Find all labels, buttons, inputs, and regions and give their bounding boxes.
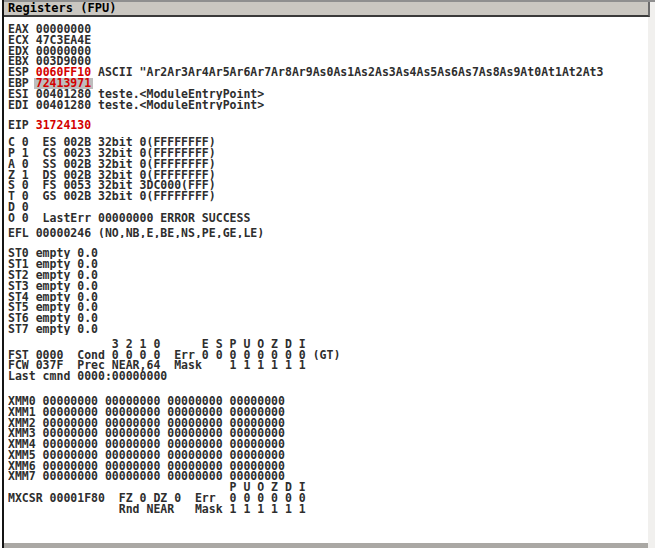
- xmm6-row[interactable]: XMM6 00000000 00000000 00000000 00000000: [8, 461, 648, 472]
- register-label: ESP: [8, 67, 29, 78]
- register-row-eax[interactable]: EAX00000000: [8, 24, 648, 35]
- st1-row[interactable]: ST1 empty 0.0: [8, 259, 648, 270]
- xmm3-row[interactable]: XMM3 00000000 00000000 00000000 00000000: [8, 428, 648, 439]
- register-row-eip[interactable]: EIP31724130: [8, 120, 648, 131]
- flag-row-c[interactable]: C 0 ES 002B 32bit 0(FFFFFFFF): [8, 137, 648, 148]
- register-row-edx[interactable]: EDX00000000: [8, 46, 648, 57]
- fpu-status-block: 3 2 1 0 E S P U O Z D I FST 0000 Cond 0 …: [8, 339, 648, 382]
- flag-row-o-lasterr[interactable]: O 0 LastErr 00000000 ERROR_SUCCESS: [8, 213, 648, 224]
- mxcsr-mask-row[interactable]: Rnd NEAR Mask 1 1 1 1 1 1: [8, 504, 648, 515]
- registers-pane[interactable]: EAX00000000 ECX47C3EA4E EDX00000000 EBX0…: [4, 17, 648, 543]
- xmm1-row[interactable]: XMM1 00000000 00000000 00000000 00000000: [8, 407, 648, 418]
- register-comment: ASCII "Ar2Ar3Ar4Ar5Ar6Ar7Ar8Ar9As0As1As2…: [98, 67, 603, 78]
- register-value-selected[interactable]: 72413971: [34, 78, 93, 89]
- flag-row-s[interactable]: S 0 FS 0053 32bit 3DC000(FFF): [8, 180, 648, 191]
- efl-block: EFL 00000246 (NO,NB,E,BE,NS,PE,GE,LE): [8, 228, 648, 239]
- flag-row-t[interactable]: T 0 GS 002B 32bit 0(FFFFFFFF): [8, 191, 648, 202]
- register-row-ebp[interactable]: EBP72413971: [8, 78, 648, 89]
- register-comment: teste.<ModuleEntryPoint>: [98, 100, 264, 111]
- st4-row[interactable]: ST4 empty 0.0: [8, 292, 648, 303]
- mxcsr-bits-header: P U O Z D I: [8, 482, 648, 493]
- fpu-bits-header: 3 2 1 0 E S P U O Z D I: [8, 339, 648, 350]
- register-row-esp[interactable]: ESP0060FF10ASCII "Ar2Ar3Ar4Ar5Ar6Ar7Ar8A…: [8, 67, 648, 78]
- eip-block: EIP31724130: [8, 120, 648, 131]
- register-label: EDX: [8, 46, 29, 57]
- register-value-changed[interactable]: 31724130: [36, 120, 91, 131]
- panel-title-bar[interactable]: Registers (FPU): [4, 2, 650, 17]
- fcw-row[interactable]: FCW 037F Prec NEAR,64 Mask 1 1 1 1 1 1: [8, 360, 648, 371]
- mxcsr-row[interactable]: MXCSR 00001F80 FZ 0 DZ 0 Err 0 0 0 0 0 0: [8, 493, 648, 504]
- register-value[interactable]: 47C3EA4E: [36, 35, 91, 46]
- st5-row[interactable]: ST5 empty 0.0: [8, 302, 648, 313]
- register-row-ebx[interactable]: EBX003D9000: [8, 56, 648, 67]
- flag-row-a[interactable]: A 0 SS 002B 32bit 0(FFFFFFFF): [8, 159, 648, 170]
- register-label: EIP: [8, 120, 29, 131]
- register-label: EAX: [8, 24, 29, 35]
- register-row-ecx[interactable]: ECX47C3EA4E: [8, 35, 648, 46]
- register-comment: teste.<ModuleEntryPoint>: [98, 89, 264, 100]
- register-value[interactable]: 00401280: [36, 89, 91, 100]
- xmm-block: XMM0 00000000 00000000 00000000 00000000…: [8, 396, 648, 482]
- xmm5-row[interactable]: XMM5 00000000 00000000 00000000 00000000: [8, 450, 648, 461]
- gpr-block: EAX00000000 ECX47C3EA4E EDX00000000 EBX0…: [8, 24, 648, 110]
- st2-row[interactable]: ST2 empty 0.0: [8, 270, 648, 281]
- register-value[interactable]: 00401280: [36, 100, 91, 111]
- flag-row-p[interactable]: P 1 CS 0023 32bit 0(FFFFFFFF): [8, 148, 648, 159]
- flag-row-d[interactable]: D 0: [8, 202, 648, 213]
- register-label: ESI: [8, 89, 29, 100]
- register-label: EDI: [8, 100, 29, 111]
- st6-row[interactable]: ST6 empty 0.0: [8, 313, 648, 324]
- register-label: EBP: [8, 78, 29, 89]
- register-value-changed[interactable]: 0060FF10: [36, 67, 91, 78]
- st7-row[interactable]: ST7 empty 0.0: [8, 324, 648, 335]
- mxcsr-block: P U O Z D I MXCSR 00001F80 FZ 0 DZ 0 Err…: [8, 482, 648, 514]
- register-row-esi[interactable]: ESI00401280teste.<ModuleEntryPoint>: [8, 89, 648, 100]
- register-label: EBX: [8, 56, 29, 67]
- register-value[interactable]: 00000000: [36, 24, 91, 35]
- window-right-edge: [647, 2, 655, 548]
- register-row-edi[interactable]: EDI00401280teste.<ModuleEntryPoint>: [8, 100, 648, 111]
- xmm7-row[interactable]: XMM7 00000000 00000000 00000000 00000000: [8, 471, 648, 482]
- efl-row[interactable]: EFL 00000246 (NO,NB,E,BE,NS,PE,GE,LE): [8, 228, 648, 239]
- flags-block: C 0 ES 002B 32bit 0(FFFFFFFF) P 1 CS 002…: [8, 137, 648, 223]
- register-value[interactable]: 00000000: [36, 46, 91, 57]
- last-cmnd-row[interactable]: Last cmnd 0000:00000000: [8, 371, 648, 382]
- st0-row[interactable]: ST0 empty 0.0: [8, 248, 648, 259]
- register-value[interactable]: 003D9000: [36, 56, 91, 67]
- xmm2-row[interactable]: XMM2 00000000 00000000 00000000 00000000: [8, 418, 648, 429]
- fst-row[interactable]: FST 0000 Cond 0 0 0 0 Err 0 0 0 0 0 0 0 …: [8, 350, 648, 361]
- flag-row-z[interactable]: Z 1 DS 002B 32bit 0(FFFFFFFF): [8, 170, 648, 181]
- panel-title: Registers (FPU): [4, 2, 648, 15]
- register-label: ECX: [8, 35, 29, 46]
- xmm0-row[interactable]: XMM0 00000000 00000000 00000000 00000000: [8, 396, 648, 407]
- fpu-stack-block: ST0 empty 0.0 ST1 empty 0.0 ST2 empty 0.…: [8, 248, 648, 334]
- st3-row[interactable]: ST3 empty 0.0: [8, 281, 648, 292]
- xmm4-row[interactable]: XMM4 00000000 00000000 00000000 00000000: [8, 439, 648, 450]
